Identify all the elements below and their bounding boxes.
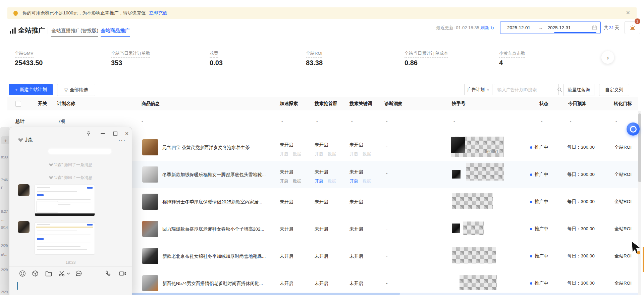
date-start[interactable]: 2025-12-01 xyxy=(507,25,530,30)
vertical-scrollbar-thumb[interactable] xyxy=(638,113,641,182)
data-link[interactable]: 数据 xyxy=(293,179,301,184)
screenshot-scissors-icon[interactable] xyxy=(58,270,66,277)
data-link[interactable]: 数据 xyxy=(363,179,371,184)
tab-product-promotion[interactable]: 全站商品推广 xyxy=(101,28,130,37)
open-link[interactable]: 开启 xyxy=(315,179,323,184)
plan-search-box[interactable] xyxy=(494,84,559,95)
sender-avatar[interactable] xyxy=(18,184,30,196)
close-icon[interactable]: ✕ xyxy=(123,130,130,137)
chat-list-time[interactable]: 8:27 xyxy=(1,209,8,213)
plan-type-select[interactable]: 广告计划 ∨ xyxy=(464,84,492,95)
voice-call-icon[interactable] xyxy=(105,270,112,277)
open-link[interactable]: 开启 xyxy=(280,179,288,184)
last-updated-text: 最近更新: 01-02 18:35 xyxy=(436,25,479,31)
file-transfer-cube-icon[interactable] xyxy=(32,270,39,277)
filter-button[interactable]: ▽ 全部筛选 xyxy=(57,84,95,96)
data-link[interactable]: 数据 xyxy=(293,152,301,156)
product-image[interactable] xyxy=(142,221,158,237)
tab-live-promotion[interactable]: 全站直播推广(智投版) xyxy=(51,28,98,37)
chat-list-time[interactable]: 2/29 xyxy=(1,268,8,272)
summary-dash: - xyxy=(351,118,353,124)
minimize-icon[interactable] xyxy=(99,130,106,137)
select-all-checkbox[interactable] xyxy=(15,101,21,107)
diagnosis-dash: - xyxy=(386,253,388,258)
stat-value-order-cost: 0.86 xyxy=(405,59,418,67)
summary-dash: - xyxy=(281,118,283,124)
col-search-screen: 搜索抢首屏 xyxy=(315,97,337,110)
banner-close-icon[interactable]: ✕ xyxy=(626,10,630,16)
chat-list-time[interactable]: 0/14 xyxy=(1,226,8,230)
product-title[interactable]: 元气四宝 茶黄芪党参西洋参麦冬泡水养生茶 xyxy=(162,145,250,151)
data-link[interactable]: 数据 xyxy=(328,179,336,184)
daily-budget: 每日：300.00 xyxy=(567,226,595,232)
product-title[interactable]: 棉拖鞋男士冬季厚底保暖情侣2025新款室内家居... xyxy=(162,199,262,205)
screenshot-thumbnail[interactable] xyxy=(35,222,95,255)
summary-dash: - xyxy=(541,118,543,124)
floating-assistant-button[interactable] xyxy=(627,122,640,136)
daily-budget: 每日：300.00 xyxy=(567,171,595,178)
explore-state: 未开启 xyxy=(280,281,293,287)
conversion-goal: 全站ROI xyxy=(614,144,632,150)
screen-state: 未开启 xyxy=(315,199,328,205)
chat-more-icon[interactable]: ··· xyxy=(118,137,126,143)
product-image[interactable] xyxy=(142,166,158,183)
product-title[interactable]: 新百伦N574男女百搭情侣老爹鞋时尚百搭休闲鞋... xyxy=(162,281,263,287)
keyword-state: 未开启 xyxy=(350,142,363,148)
chat-history-icon[interactable] xyxy=(75,270,83,277)
folder-icon[interactable] xyxy=(45,270,52,277)
product-image[interactable] xyxy=(142,194,158,210)
chat-list-time[interactable]: 2/29 xyxy=(1,244,8,248)
red-blue-sea-button[interactable]: 流量红蓝海 xyxy=(564,84,594,96)
maximize-icon[interactable] xyxy=(112,130,119,137)
custom-columns-label: 自定义列 xyxy=(605,87,623,93)
recharge-link[interactable]: 立即充值 xyxy=(149,10,167,16)
new-plan-button[interactable]: + 新建全站计划 xyxy=(9,84,53,95)
product-title[interactable]: 回力瑞爆款百搭厚底老爹鞋女春秋小个子增高202... xyxy=(162,226,264,232)
scissors-dropdown-icon[interactable] xyxy=(66,270,70,277)
custom-columns-button[interactable]: 自定义列 xyxy=(599,84,629,96)
horizontal-scrollbar-thumb[interactable] xyxy=(111,293,400,295)
chat-list-preview[interactable]: n/… xyxy=(1,252,7,256)
chat-list-preview[interactable]: F… xyxy=(1,186,7,190)
data-link[interactable]: 数据 xyxy=(328,152,336,156)
product-image[interactable] xyxy=(142,275,158,291)
date-end[interactable]: 2025-12-31 xyxy=(548,25,571,30)
chat-list-preview[interactable]: … xyxy=(1,217,5,222)
message-input[interactable] xyxy=(13,278,128,294)
stat-value-orders: 353 xyxy=(111,59,122,67)
emoji-icon[interactable] xyxy=(19,270,26,277)
censored-avatar xyxy=(452,224,460,233)
open-link[interactable]: 开启 xyxy=(315,152,323,156)
product-title[interactable]: 冬季新款加绒保暖乐福鞋女一脚蹬厚底包头雪地靴... xyxy=(162,172,266,178)
video-call-icon[interactable] xyxy=(119,270,126,277)
pin-icon[interactable] xyxy=(85,130,92,137)
product-title[interactable]: 新款老北京布鞋女棉鞋冬季加绒加厚时尚雪地靴保... xyxy=(162,253,266,259)
open-link[interactable]: 开启 xyxy=(280,152,288,156)
censored-account-mosaic xyxy=(452,193,493,209)
screenshot-thumbnail[interactable] xyxy=(35,185,95,216)
chat-list-time[interactable]: 2/29 xyxy=(1,290,8,294)
calendar-icon xyxy=(592,25,597,30)
daily-budget: 每日：300.00 xyxy=(567,253,595,259)
keyword-state: 未开启 xyxy=(350,253,363,259)
screen-state: 未开启 xyxy=(315,281,328,287)
open-link[interactable]: 开启 xyxy=(350,152,358,156)
product-image[interactable] xyxy=(142,139,158,155)
daily-budget: 每日：300.00 xyxy=(567,280,595,286)
keyword-state: 未开启 xyxy=(350,169,363,175)
chat-list-time[interactable]: 7:46 xyxy=(1,178,8,182)
stats-next-button[interactable]: › xyxy=(601,51,614,64)
search-icon[interactable] xyxy=(557,87,562,92)
keyword-state: 未开启 xyxy=(350,226,363,232)
open-link[interactable]: 开启 xyxy=(350,179,358,184)
col-diagnosis: 诊断洞察 xyxy=(384,97,402,110)
conversion-goal: 全站ROI xyxy=(614,253,632,259)
add-chat-icon[interactable]: + xyxy=(1,136,9,144)
promotion-chart-icon xyxy=(9,27,16,34)
chat-list-time[interactable]: 8:33 xyxy=(1,155,8,159)
plan-search-input[interactable] xyxy=(497,87,557,93)
sender-avatar[interactable] xyxy=(18,221,30,233)
refresh-button[interactable]: 刷新 ↻ xyxy=(480,25,494,31)
data-link[interactable]: 数据 xyxy=(363,152,371,156)
product-image[interactable] xyxy=(142,248,158,264)
